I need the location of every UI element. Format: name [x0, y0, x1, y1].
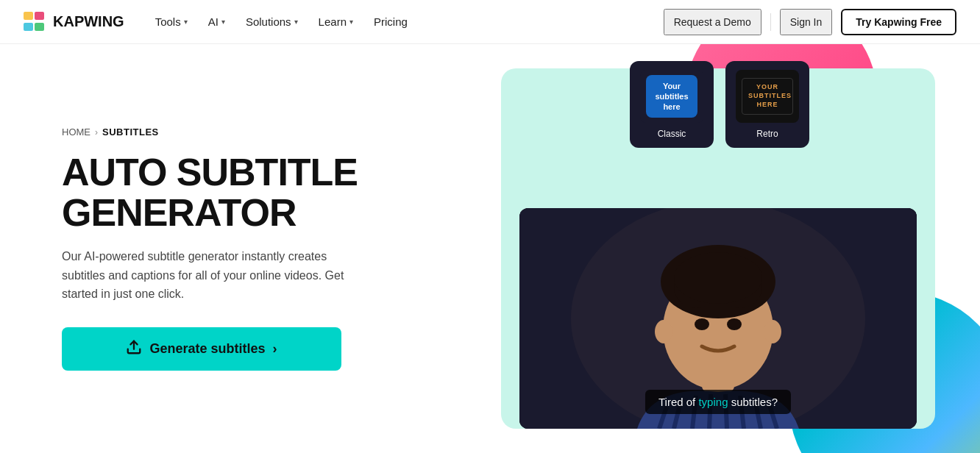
- video-background: Tired of typing subtitles?: [519, 208, 917, 429]
- video-preview: Tired of typing subtitles?: [519, 208, 917, 429]
- style-card-classic[interactable]: Your subtitles here Classic: [630, 61, 714, 148]
- breadcrumb-separator: ›: [95, 127, 98, 138]
- retro-preview: YOUR SUBTITLES HERE: [736, 70, 799, 123]
- request-demo-button[interactable]: Request a Demo: [664, 9, 761, 35]
- upload-icon: [126, 339, 142, 359]
- classic-label: Classic: [658, 129, 686, 139]
- hero-left: HOME › SUBTITLES AUTO SUBTITLE GENERATOR…: [0, 44, 456, 453]
- chevron-down-icon: ▾: [349, 18, 353, 26]
- breadcrumb-current: SUBTITLES: [102, 126, 159, 138]
- nav-menu: Tools ▾ AI ▾ Solutions ▾ Learn ▾ Pricing: [148, 11, 415, 32]
- breadcrumb: HOME › SUBTITLES: [62, 126, 412, 138]
- chevron-down-icon: ▾: [184, 18, 188, 26]
- retro-label: Retro: [756, 129, 778, 139]
- preview-card: Your subtitles here Classic YOUR SUBTITL…: [501, 68, 935, 429]
- svg-point-10: [674, 252, 762, 304]
- sign-in-button[interactable]: Sign In: [780, 9, 833, 35]
- svg-point-14: [727, 318, 742, 330]
- breadcrumb-home[interactable]: HOME: [62, 126, 90, 138]
- classic-subtitle-text: Your subtitles here: [646, 75, 697, 118]
- style-card-retro[interactable]: YOUR SUBTITLES HERE Retro: [725, 61, 809, 148]
- chevron-down-icon: ▾: [294, 18, 298, 26]
- navbar: KAPWING Tools ▾ AI ▾ Solutions ▾ Learn ▾…: [0, 0, 980, 44]
- hero-right: Your subtitles here Classic YOUR SUBTITL…: [456, 44, 980, 453]
- logo-text: KAPWING: [53, 13, 124, 30]
- generate-subtitles-button[interactable]: Generate subtitles ›: [62, 327, 341, 371]
- nav-left: KAPWING Tools ▾ AI ▾ Solutions ▾ Learn ▾…: [24, 11, 415, 32]
- svg-point-12: [764, 320, 781, 343]
- subtitle-text-highlight: typing: [698, 396, 728, 408]
- page-title: AUTO SUBTITLE GENERATOR: [62, 152, 412, 232]
- style-cards: Your subtitles here Classic YOUR SUBTITL…: [630, 61, 809, 148]
- svg-point-11: [655, 320, 672, 343]
- nav-pricing[interactable]: Pricing: [366, 11, 415, 32]
- svg-point-13: [695, 318, 709, 330]
- nav-right: Request a Demo Sign In Try Kapwing Free: [664, 9, 956, 35]
- subtitle-text-before: Tired of: [658, 396, 698, 408]
- main-content: HOME › SUBTITLES AUTO SUBTITLE GENERATOR…: [0, 44, 980, 453]
- chevron-down-icon: ▾: [221, 18, 225, 26]
- nav-tools[interactable]: Tools ▾: [148, 11, 195, 32]
- try-kapwing-button[interactable]: Try Kapwing Free: [841, 9, 956, 35]
- nav-divider: [770, 13, 771, 31]
- arrow-right-icon: ›: [273, 341, 277, 357]
- classic-preview: Your subtitles here: [640, 70, 703, 123]
- logo[interactable]: KAPWING: [24, 12, 124, 32]
- nav-solutions[interactable]: Solutions ▾: [238, 11, 305, 32]
- nav-learn[interactable]: Learn ▾: [311, 11, 361, 32]
- nav-ai[interactable]: AI ▾: [201, 11, 232, 32]
- page-description: Our AI-powered subtitle generator instan…: [62, 247, 356, 304]
- subtitle-text-after: subtitles?: [728, 396, 778, 408]
- logo-icon: [24, 12, 47, 32]
- retro-subtitle-text: YOUR SUBTITLES HERE: [742, 78, 793, 114]
- video-subtitle-bar: Tired of typing subtitles?: [645, 390, 791, 414]
